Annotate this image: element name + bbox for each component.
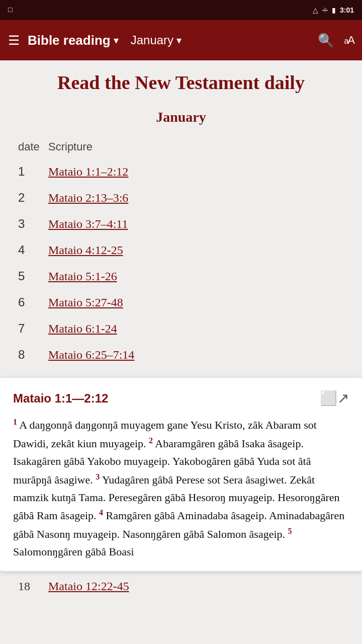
search-button[interactable]: 🔍 [318,33,334,48]
month-label: January [131,33,173,47]
screenshot-icon: □ [8,6,12,14]
bottom-row: 18 Mataio 12:22-45 [0,571,362,601]
verse-num-3: 3 [96,472,100,481]
scripture-link[interactable]: Mataio 6:25–7:14 [48,348,134,361]
reading-scripture-7: Mataio 6:1-24 [48,315,344,342]
reading-date-5: 5 [18,263,48,289]
page-title: Read the New Testament daily [18,70,344,95]
reading-scripture-1: Mataio 1:1–2:12 [48,158,344,185]
table-row: 7Mataio 6:1-24 [18,315,344,342]
scripture-link[interactable]: Mataio 6:1-24 [48,322,117,335]
table-row: 6Mataio 5:27-48 [18,289,344,315]
scripture-link[interactable]: Mataio 5:1-26 [48,270,117,283]
table-row: 1Mataio 1:1–2:12 [18,158,344,185]
status-bar: □ △ ☃ ▮ 3:01 [0,0,362,20]
reading-scripture-2: Mataio 2:13–3:6 [48,185,344,211]
app-bar: ☰ Bible reading ▾ January ▾ 🔍 aA [0,20,362,60]
reading-scripture-3: Mataio 3:7–4:11 [48,211,344,237]
date-number: 1 [18,165,25,178]
status-right: △ ☃ ▮ 3:01 [313,6,354,15]
date-number: 5 [18,269,25,283]
reading-date-8: 8 [18,342,48,368]
menu-button[interactable]: ☰ [8,33,20,48]
reading-date-2: 2 [18,185,48,211]
title-chevron-icon: ▾ [114,34,119,46]
month-chevron-icon: ▾ [176,34,182,46]
popup-header: Mataio 1:1—2:12 ⬜↗ [13,390,349,407]
verse-num-2: 2 [149,436,153,445]
date-number: 2 [18,191,25,204]
reading-table: date Scripture 1Mataio 1:1–2:122Mataio 2… [18,135,344,368]
reading-date-6: 6 [18,289,48,315]
wifi-icon: △ [313,6,318,15]
scripture-link[interactable]: Mataio 4:12-25 [48,244,123,257]
popup-text: 1 A daŋgonŋâ daŋgonŋâ muyagem gane Yesu … [13,416,349,560]
date-column-header: date [18,135,48,158]
app-title: Bible reading [28,33,111,48]
signal-icon: ☃ [322,7,328,14]
reading-scripture-5: Mataio 5:1-26 [48,263,344,289]
reading-date-7: 7 [18,315,48,342]
table-row: 8Mataio 6:25–7:14 [18,342,344,368]
date-number: 8 [18,348,25,361]
reading-scripture-4: Mataio 4:12-25 [48,237,344,263]
scripture-column-header: Scripture [48,135,344,158]
date-number: 3 [18,217,25,230]
table-header-row: date Scripture [18,135,344,158]
reading-date-3: 3 [18,211,48,237]
main-content: Read the New Testament daily January dat… [0,60,362,378]
month-dropdown[interactable]: January ▾ [131,33,182,47]
table-row: 2Mataio 2:13–3:6 [18,185,344,211]
reading-date-4: 4 [18,237,48,263]
table-row: 4Mataio 4:12-25 [18,237,344,263]
verse-num-4: 4 [99,508,103,517]
scripture-link[interactable]: Mataio 2:13–3:6 [48,191,128,204]
reading-scripture-8: Mataio 6:25–7:14 [48,342,344,368]
reading-scripture-6: Mataio 5:27-48 [48,289,344,315]
scripture-link[interactable]: Mataio 5:27-48 [48,296,123,309]
scripture-link[interactable]: Mataio 3:7–4:11 [48,217,128,230]
date-number: 7 [18,321,25,335]
date-number: 4 [18,243,25,257]
month-heading: January [18,109,344,125]
status-left: □ [8,6,12,14]
verse-num-5: 5 [288,527,292,535]
table-row: 5Mataio 5:1-26 [18,263,344,289]
verse-num-1: 1 [13,418,17,426]
bottom-date: 18 [18,580,48,593]
app-bar-actions: 🔍 aA [318,33,354,48]
scripture-link[interactable]: Mataio 1:1–2:12 [48,165,128,178]
popup-card: Mataio 1:1—2:12 ⬜↗ 1 A daŋgonŋâ daŋgonŋâ… [0,378,362,571]
title-dropdown[interactable]: Bible reading ▾ [28,33,119,48]
bottom-scripture-link[interactable]: Mataio 12:22-45 [48,580,129,593]
font-size-button[interactable]: aA [344,34,354,47]
popup-title: Mataio 1:1—2:12 [13,391,108,406]
battery-icon: ▮ [332,6,336,15]
date-number: 6 [18,295,25,309]
time-display: 3:01 [340,6,354,14]
open-external-button[interactable]: ⬜↗ [320,390,349,407]
table-row: 3Mataio 3:7–4:11 [18,211,344,237]
reading-date-1: 1 [18,158,48,185]
